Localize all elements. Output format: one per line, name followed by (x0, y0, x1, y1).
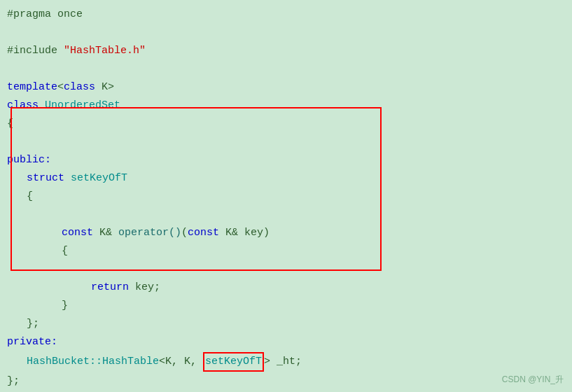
code-line-19: private: (0, 333, 572, 351)
struct-keyword: struct (27, 170, 71, 187)
class-name: UnorderedSet (45, 97, 120, 114)
hashbucket-ns: HashBucket:: (27, 354, 102, 370)
class-keyword-1: class (64, 79, 95, 96)
pragma-once: once (57, 6, 83, 23)
pragma-keyword: #pragma (7, 6, 57, 23)
code-line-15 (0, 260, 572, 279)
code-line-8 (0, 133, 572, 151)
code-line-13: const K& operator()(const K& key) (0, 224, 572, 242)
template-param: K> (95, 79, 114, 96)
include-file: "HashTable.h" (64, 43, 146, 59)
code-line-17: } (0, 297, 572, 315)
code-line-14: { (0, 242, 572, 260)
code-line-20: HashBucket::HashTable<K, K, setKeyOfT> _… (0, 351, 572, 372)
setKeyOfT-ref: setKeyOfT (205, 356, 262, 368)
template-bracket: < (57, 79, 64, 96)
public-keyword: public: (7, 152, 51, 169)
hashtable-params-close: > _ht; (264, 354, 302, 370)
open-brace-1: { (7, 115, 13, 132)
class-close-brace: }; (7, 373, 20, 390)
k-ref-2: K& key) (219, 225, 270, 241)
hashtable-params-open: <K, K, (159, 354, 203, 370)
operator-params: ( (181, 225, 188, 241)
return-keyword: return (91, 279, 129, 296)
code-line-18: }; (0, 315, 572, 333)
return-value: key; (129, 279, 160, 296)
hashtable-class: HashTable (102, 354, 159, 370)
class-keyword-2: class (7, 97, 45, 114)
code-line-3: #include "HashTable.h" (0, 42, 572, 60)
template-keyword: template (7, 79, 57, 96)
operator-method: operator() (118, 225, 181, 241)
code-line-7: { (0, 115, 572, 133)
struct-close-brace: }; (27, 316, 39, 332)
watermark: CSDN @YIN_升 (502, 373, 564, 386)
const-keyword-1: const (62, 225, 93, 241)
code-line-11: { (0, 188, 572, 206)
code-line-2 (0, 24, 572, 42)
func-open-brace: { (62, 243, 68, 260)
func-close-brace: } (62, 298, 68, 314)
code-line-1: #pragma once (0, 6, 572, 24)
code-line-16: return key; (0, 279, 572, 297)
private-keyword: private: (7, 334, 57, 351)
struct-open-brace: { (27, 188, 33, 205)
setKeyOfT-highlighted: setKeyOfT (203, 352, 264, 372)
code-line-10: struct setKeyOfT (0, 169, 572, 188)
code-line-9: public: (0, 151, 572, 169)
code-line-21: }; (0, 372, 572, 391)
code-line-6: class UnorderedSet (0, 97, 572, 115)
const-keyword-2: const (188, 225, 219, 241)
code-line-5: template<class K> (0, 78, 572, 97)
code-line-4 (0, 60, 572, 78)
struct-name: setKeyOfT (71, 170, 127, 187)
include-keyword: #include (7, 43, 64, 59)
code-line-12 (0, 206, 572, 224)
k-ref-1: K& (93, 225, 118, 241)
code-editor: #pragma once #include "HashTable.h" temp… (0, 0, 572, 392)
